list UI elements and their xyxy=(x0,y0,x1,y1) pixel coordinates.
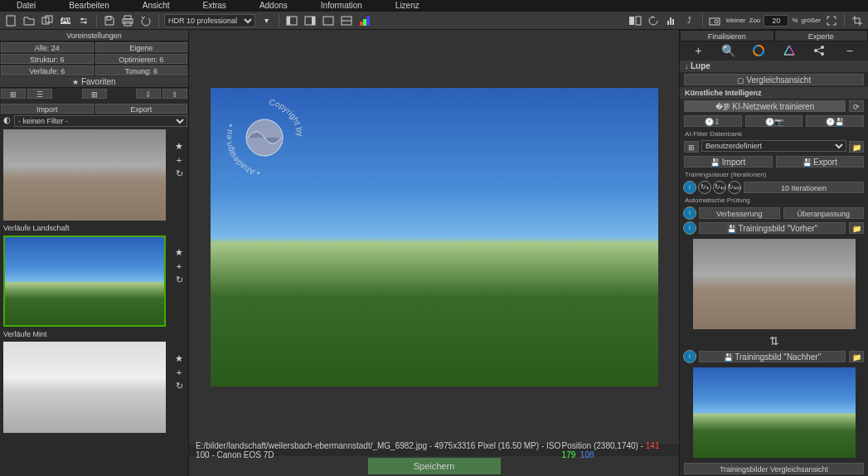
plus-icon[interactable]: + xyxy=(177,155,182,165)
histogram-icon[interactable] xyxy=(664,14,679,27)
refresh-small-icon[interactable]: ↻ xyxy=(176,168,183,179)
fit-icon[interactable] xyxy=(824,14,839,27)
eyedropper-icon[interactable]: ◐ xyxy=(1,115,12,127)
dropdown-extra-icon[interactable]: ▾ xyxy=(259,14,274,27)
refresh-small-icon[interactable]: ↻ xyxy=(176,381,183,391)
camera-icon[interactable] xyxy=(708,14,723,27)
anpassung-button[interactable]: Überanpassung xyxy=(783,207,865,219)
star-icon[interactable]: ★ xyxy=(175,141,183,152)
minus-icon[interactable]: − xyxy=(840,42,860,59)
iter-100-icon[interactable]: ↻₁₀₀ xyxy=(728,181,741,194)
ki-import-button[interactable]: 💾 Import xyxy=(684,156,773,168)
view-import-icon[interactable]: ⇩ xyxy=(136,89,161,99)
iter-10-icon[interactable]: ↻₁₀ xyxy=(713,181,726,194)
save-button[interactable]: Speichern xyxy=(368,458,501,474)
color-picker-icon[interactable] xyxy=(357,14,372,27)
after-folder-icon[interactable]: 📁 xyxy=(849,351,864,362)
preset-image-2[interactable] xyxy=(3,342,166,433)
batch-icon[interactable] xyxy=(40,14,55,27)
filter-own[interactable]: Eigene xyxy=(95,42,188,52)
db-icon[interactable]: ⊞ xyxy=(684,141,699,153)
before-info-icon[interactable]: i xyxy=(683,221,696,235)
menu-ansicht[interactable]: Ansicht xyxy=(126,0,187,12)
training-after-image[interactable] xyxy=(693,367,856,458)
save-icon[interactable] xyxy=(102,14,117,27)
panel2-icon[interactable] xyxy=(303,14,318,27)
training-before-image[interactable] xyxy=(693,239,856,329)
filter-tonung[interactable]: Tonung: 6 xyxy=(95,66,188,75)
open-folder-icon[interactable] xyxy=(22,14,36,27)
menu-information[interactable]: Information xyxy=(304,0,379,12)
raw-icon[interactable]: RAW xyxy=(58,14,73,27)
new-file-icon[interactable] xyxy=(3,14,18,27)
after-info-icon[interactable]: i xyxy=(683,350,696,363)
time3-icon[interactable]: 🕐💾 xyxy=(806,115,864,127)
refresh-icon[interactable] xyxy=(646,14,661,27)
tab-finalisieren[interactable]: Finalisieren xyxy=(680,30,774,41)
iter-info-icon[interactable]: i xyxy=(683,181,696,194)
tab-experte[interactable]: Experte xyxy=(774,30,869,41)
export-button[interactable]: Export xyxy=(95,104,188,114)
verbesserung-button[interactable]: Verbesserung xyxy=(699,207,780,219)
userdef-select[interactable]: Benutzerdefiniert xyxy=(701,140,846,152)
print-icon[interactable] xyxy=(120,14,135,27)
view-list-icon[interactable]: ☰ xyxy=(27,89,52,99)
filter-all[interactable]: Alle: 24 xyxy=(1,42,94,52)
lupe-header[interactable]: ↓ Lupe xyxy=(680,61,868,72)
ki-export-button[interactable]: 💾 Export xyxy=(776,156,865,168)
settings-icon[interactable] xyxy=(76,14,91,27)
prism-icon[interactable] xyxy=(779,42,799,59)
menu-datei[interactable]: Datei xyxy=(8,0,52,12)
menu-extras[interactable]: Extras xyxy=(187,0,243,12)
panel1-icon[interactable] xyxy=(284,14,299,27)
view-export-icon[interactable]: ⇧ xyxy=(162,89,187,99)
star-icon[interactable]: ★ xyxy=(175,353,183,364)
panel4-icon[interactable] xyxy=(339,14,354,27)
hdr-profile-select[interactable]: HDR 10 professional xyxy=(164,14,255,27)
train-refresh-icon[interactable]: ⟳ xyxy=(849,100,864,112)
preset-image-1-selected[interactable] xyxy=(3,236,166,327)
preset-thumb-2[interactable]: ★+↻ xyxy=(2,342,187,433)
compare-icon[interactable] xyxy=(628,14,643,27)
auto-info-icon[interactable]: i xyxy=(683,206,696,220)
view-grid-icon[interactable]: ⊞ xyxy=(1,89,26,99)
plus-icon[interactable]: + xyxy=(177,261,182,271)
before-folder-icon[interactable]: 📁 xyxy=(849,222,864,234)
swap-icon[interactable]: ⇅ xyxy=(680,333,868,349)
folder-icon[interactable]: 📁 xyxy=(849,141,864,153)
main-image[interactable]: Copyright by • Ahadesign.eu • xyxy=(211,88,658,386)
import-button[interactable]: Import xyxy=(1,104,94,114)
preset-thumb-0[interactable]: ★+↻ xyxy=(2,129,187,221)
search-icon[interactable]: 🔍 xyxy=(719,42,739,59)
preset-thumb-1[interactable]: ★+↻ xyxy=(2,236,187,327)
filter-struktur[interactable]: Struktur: 6 xyxy=(1,54,94,64)
pin-icon[interactable]: ⤴ xyxy=(682,14,697,27)
image-canvas[interactable]: Copyright by • Ahadesign.eu • xyxy=(189,30,679,444)
zoom-input[interactable] xyxy=(764,15,788,27)
menu-bearbeiten[interactable]: Bearbeiten xyxy=(52,0,125,12)
time1-icon[interactable]: 🕐⇩ xyxy=(684,115,742,127)
filter-select[interactable]: - keinen Filter - xyxy=(14,115,187,127)
train-button[interactable]: �萝 KI-Netzwerk trainieren xyxy=(684,100,846,112)
time2-icon[interactable]: 🕐📷 xyxy=(745,115,803,127)
crop-icon[interactable] xyxy=(850,14,865,27)
iter-1-icon[interactable]: ↻₁ xyxy=(698,181,711,194)
view-grid2-icon[interactable]: ⊞ xyxy=(82,89,107,99)
iter-10-button[interactable]: 10 Iterationen xyxy=(744,182,864,193)
zoom-smaller-label[interactable]: kleiner xyxy=(726,17,746,24)
filter-verlaeufe[interactable]: Verläufe: 6 xyxy=(1,66,94,75)
training-compare-button[interactable]: Trainingsbilder Vergleichsansicht xyxy=(684,463,864,474)
plus-icon[interactable]: + xyxy=(177,367,182,377)
share-icon[interactable] xyxy=(809,42,829,59)
undo-icon[interactable] xyxy=(138,14,153,27)
color-wheel-icon[interactable] xyxy=(749,42,769,59)
menu-addons[interactable]: Addons xyxy=(243,0,304,12)
panel3-icon[interactable] xyxy=(321,14,336,27)
filter-optimieren[interactable]: Optimieren: 6 xyxy=(95,54,188,64)
refresh-small-icon[interactable]: ↻ xyxy=(176,274,183,285)
add-icon[interactable]: + xyxy=(688,42,708,59)
vergleich-button[interactable]: ▢ Vergleichsansicht xyxy=(684,74,864,85)
zoom-larger-label[interactable]: größer xyxy=(801,17,821,24)
preset-image-0[interactable] xyxy=(3,129,166,221)
star-icon[interactable]: ★ xyxy=(175,247,183,258)
